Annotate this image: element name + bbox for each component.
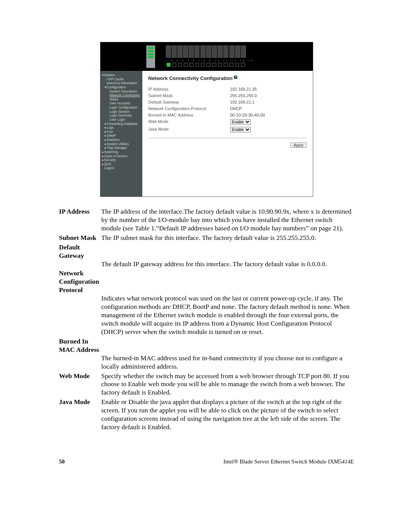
config-value: 00-10-20-30-40-00 [230, 113, 307, 117]
config-select[interactable]: Enable [230, 119, 251, 125]
config-label: Java Mode [148, 127, 230, 133]
page-title-text: Network Connectivity Configuration [148, 75, 233, 81]
page-title: Network Connectivity Configuration? [148, 75, 307, 81]
definition-term: IP Address [59, 208, 101, 233]
nav-item[interactable]: ▸Logs [102, 126, 141, 130]
config-label: Network Configuration Protocol [148, 106, 230, 111]
nav-item[interactable]: ▸SNMP [102, 134, 141, 138]
definition-item: Default GatewayThe default IP gateway ad… [59, 243, 354, 268]
config-label: Subnet Mask [148, 93, 230, 98]
nav-item[interactable]: ▸Port [102, 130, 141, 134]
definition-term: Subnet Mask [59, 234, 101, 242]
port-numbers: 1 2 3 4 5 6 7 8 9 10 11 12 13 14 [166, 59, 255, 62]
nav-item[interactable]: ARP Cache [102, 77, 141, 81]
nav-item[interactable]: Login Session [102, 110, 141, 114]
definition-term: Default Gateway [59, 243, 101, 260]
definition-body: The burned-in MAC address used for in-ba… [101, 354, 354, 371]
nav-item[interactable]: ▸Switching [102, 150, 141, 154]
definitions-block: IP AddressThe IP address of the interfac… [59, 208, 354, 431]
definition-term: Network Configuration Protocol [59, 269, 101, 294]
definition-body: Specify whether the switch may be access… [101, 372, 354, 397]
nav-item[interactable]: Inventory Information [102, 81, 141, 85]
config-label: IP Address [148, 87, 230, 91]
definition-item: Java ModeEnable or Disable the java appl… [59, 398, 354, 431]
nav-item[interactable]: Login Configuration [102, 105, 141, 110]
config-label: Web Mode [148, 119, 230, 125]
config-value: DHCP [230, 106, 307, 111]
nav-item[interactable]: Telnet [102, 97, 141, 102]
content-pane: Network Connectivity Configuration? IP A… [142, 71, 313, 197]
config-row: Java ModeEnable [148, 126, 307, 133]
nav-item[interactable]: ▾System [102, 73, 141, 77]
config-row: IP Address192.168.21.35 [148, 86, 307, 92]
nav-item[interactable]: User Login [102, 118, 141, 122]
definition-body: Indicates what network protocol was used… [101, 294, 354, 336]
nav-item[interactable]: System Description [102, 89, 141, 94]
admin-screenshot: 1 2 3 4 5 6 7 8 9 10 11 12 13 14 ▾System… [100, 42, 313, 197]
port-leds [167, 63, 245, 67]
apply-button[interactable]: Apply [290, 142, 306, 148]
switch-front-panel [146, 45, 155, 68]
page-number: 50 [59, 459, 65, 465]
definition-body: The IP address of the interface.The fact… [101, 208, 354, 233]
config-row: Subnet Mask255.255.255.0 [148, 92, 307, 99]
nav-item[interactable]: ▸Security [102, 158, 141, 162]
config-label: Burned In MAC Address [148, 113, 230, 117]
help-icon[interactable]: ? [234, 75, 237, 79]
config-row: Network Configuration ProtocolDHCP [148, 105, 307, 112]
definition-item: Network Configuration ProtocolIndicates … [59, 269, 354, 336]
book-title: Intel® Blade Server Ethernet Switch Modu… [223, 459, 354, 465]
nav-item[interactable]: Logout [102, 166, 141, 170]
definition-body: The default IP gateway address for this … [101, 260, 354, 268]
nav-item[interactable]: Network Connectivity [102, 93, 141, 97]
config-row: Default Gateway192.168.21.1 [148, 99, 307, 105]
nav-tree: ▾SystemARP CacheInventory Information▾Co… [100, 71, 142, 197]
definition-item: Web ModeSpecify whether the switch may b… [59, 372, 354, 397]
switch-applet-area: 1 2 3 4 5 6 7 8 9 10 11 12 13 14 [100, 42, 313, 71]
nav-item[interactable]: ▸QOS [102, 162, 141, 166]
page-footer: 50 Intel® Blade Server Ethernet Switch M… [59, 459, 354, 465]
nav-item[interactable]: Login Summary [102, 113, 141, 118]
config-value: 192.168.21.35 [230, 87, 307, 91]
config-value: 255.255.255.0 [230, 93, 307, 98]
port-bars [166, 45, 246, 58]
config-value: 192.168.21.1 [230, 100, 307, 104]
definition-term: Java Mode [59, 398, 101, 431]
nav-item[interactable]: ▸System Utilities [102, 142, 141, 146]
config-row: Web ModeEnable [148, 118, 307, 126]
nav-item[interactable]: ▸Forwarding Database [102, 122, 141, 126]
definition-body: The IP subnet mask for this interface. T… [101, 234, 354, 242]
definition-item: Subnet MaskThe IP subnet mask for this i… [59, 234, 354, 242]
nav-item[interactable]: User Accounts [102, 101, 141, 105]
definition-term: Burned In MAC Address [59, 337, 101, 354]
definition-term: Web Mode [59, 372, 101, 397]
definition-body: Enable or Disable the java applet that d… [101, 398, 354, 431]
config-row: Burned In MAC Address00-10-20-30-40-00 [148, 112, 307, 118]
nav-item[interactable]: ▸Class of Service [102, 154, 141, 158]
definition-item: IP AddressThe IP address of the interfac… [59, 208, 354, 233]
nav-item[interactable]: ▾Configuration [102, 85, 141, 89]
nav-item[interactable]: ▸Trap Manager [102, 146, 141, 150]
definition-item: Burned In MAC AddressThe burned-in MAC a… [59, 337, 354, 371]
config-label: Default Gateway [148, 100, 230, 104]
nav-item[interactable]: ▸Statistics [102, 138, 141, 142]
config-select[interactable]: Enable [230, 127, 251, 133]
